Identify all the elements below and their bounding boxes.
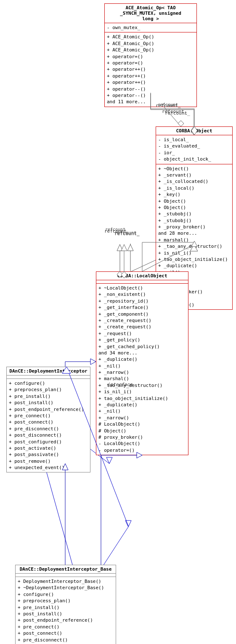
- ace-atomic-op-methods: + ACE_Atomic_Op() + ACE_Atomic_Op() + AC…: [105, 32, 196, 106]
- svg-marker-12: [125, 521, 131, 527]
- deployment-interceptor-base-empty: [16, 574, 116, 577]
- corba-local-object-title: CORBA::LocalObject: [96, 272, 188, 280]
- ace-atomic-op-title: ACE_Atomic_Op< TAO_SYNCH_MUTEX, unsigned…: [105, 4, 196, 23]
- svg-line-11: [101, 527, 128, 569]
- uml-diagram: refcount_ refcount_ ACE_Atomic_Op< TAO_S…: [0, 0, 236, 644]
- deployment-interceptor-box: DAnCE::DeploymentInterceptor + configure…: [6, 367, 90, 472]
- refcount-label-2: refcount_: [114, 230, 140, 236]
- corba-object-attrs: - is_local_ - is_evaluated_ - ior_ - obj…: [156, 135, 232, 164]
- deployment-interceptor-empty: [7, 376, 90, 379]
- ace-atomic-op-attrs: - own_mutex_: [105, 23, 196, 32]
- svg-line-9: [44, 464, 74, 569]
- deployment-interceptor-base-methods: + DeploymentInterceptor_Base() + ~Deploy…: [16, 577, 116, 644]
- deployment-interceptor-base-box: DAnCE::DeploymentInterceptor_Base + Depl…: [15, 565, 116, 644]
- refcount-label-1: refcount_: [162, 109, 187, 114]
- corba-local-object-empty: [96, 280, 188, 284]
- svg-marker-3: [127, 244, 133, 251]
- corba-local-object-box: CORBA::LocalObject + ~LocalObject() + _n…: [96, 271, 188, 455]
- deployment-interceptor-title: DAnCE::DeploymentInterceptor: [7, 367, 90, 376]
- svg-marker-37: [121, 244, 127, 251]
- svg-marker-41: [90, 359, 96, 365]
- corba-local-object-methods: + ~LocalObject() + _non_existent() + _re…: [96, 284, 188, 455]
- corba-object-title: CORBA::Object: [156, 127, 232, 135]
- ace-atomic-op-box: ACE_Atomic_Op< TAO_SYNCH_MUTEX, unsigned…: [104, 3, 197, 107]
- svg-marker-1: [178, 121, 184, 126]
- deployment-interceptor-methods: + configure() + preprocess_plan() + pre_…: [7, 379, 90, 472]
- svg-marker-8: [106, 457, 112, 464]
- deployment-interceptor-base-title: DAnCE::DeploymentInterceptor_Base: [16, 565, 116, 574]
- svg-marker-21: [117, 244, 123, 251]
